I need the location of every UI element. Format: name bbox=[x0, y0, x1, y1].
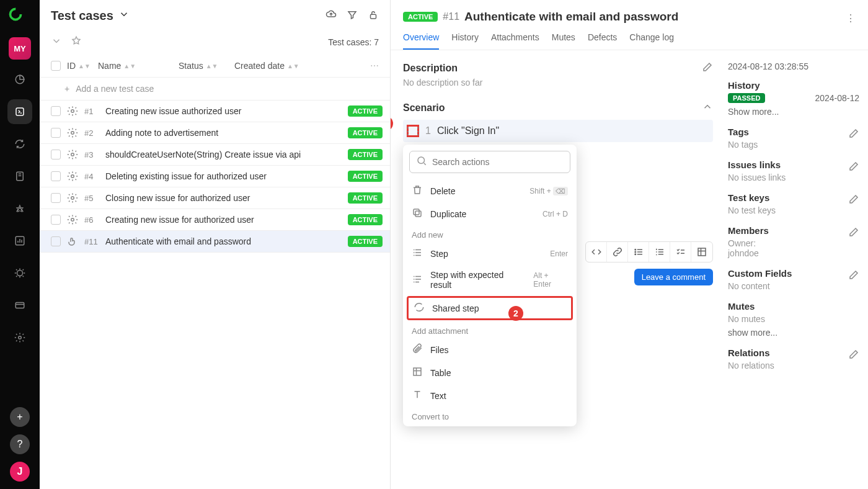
select-all-checkbox[interactable] bbox=[51, 61, 61, 71]
toolbar-code-icon[interactable] bbox=[586, 242, 607, 262]
workspace-badge[interactable]: MY bbox=[9, 37, 31, 60]
tab-history[interactable]: History bbox=[451, 32, 479, 50]
add-testcase-row[interactable]: + Add a new test case bbox=[40, 78, 390, 101]
scenario-title: Scenario bbox=[403, 102, 445, 114]
mutes-show-more[interactable]: show more... bbox=[728, 328, 859, 338]
actions-search-input[interactable] bbox=[432, 157, 564, 167]
svg-point-19 bbox=[635, 249, 636, 251]
upload-icon[interactable] bbox=[326, 9, 337, 23]
chevron-down-icon[interactable] bbox=[51, 35, 62, 48]
filter-icon[interactable] bbox=[347, 9, 358, 23]
user-avatar[interactable]: J bbox=[10, 462, 30, 482]
tab-attachments[interactable]: Attachments bbox=[491, 32, 539, 50]
annotation-2: 2 bbox=[508, 306, 523, 321]
nav-cycles-icon[interactable] bbox=[7, 132, 32, 156]
sidebar-add-button[interactable]: + bbox=[10, 407, 30, 427]
scenario-step[interactable]: ⋮⋮ 1 Click "Sign In" bbox=[403, 120, 713, 142]
edit-icon[interactable] bbox=[848, 194, 859, 207]
testcase-id: #11 bbox=[443, 11, 459, 22]
row-checkbox[interactable] bbox=[51, 193, 61, 203]
table-row[interactable]: #3shouldCreateUserNote(String) Create is… bbox=[40, 144, 390, 166]
tab-change-log[interactable]: Change log bbox=[629, 32, 674, 50]
meta-mutes-title: Mutes bbox=[728, 301, 859, 312]
action-delete[interactable]: Delete Shift + ⌫ bbox=[403, 179, 577, 202]
nav-settings-icon[interactable] bbox=[7, 325, 32, 350]
detail-tabs: OverviewHistoryAttachmentsMutesDefectsCh… bbox=[391, 24, 868, 50]
edit-icon[interactable] bbox=[702, 61, 713, 75]
toolbar-ol-icon[interactable] bbox=[649, 242, 670, 262]
column-created[interactable]: Created date▲▼ bbox=[234, 61, 299, 71]
table-row[interactable]: #4Deleting existing issue for authorized… bbox=[40, 166, 390, 187]
nav-defects-icon[interactable] bbox=[7, 261, 32, 285]
history-show-more[interactable]: Show more... bbox=[728, 107, 859, 117]
nav-dashboard-icon[interactable] bbox=[7, 67, 32, 92]
toolbar-checklist-icon[interactable] bbox=[670, 242, 691, 262]
edit-icon[interactable] bbox=[848, 269, 859, 282]
leave-comment-button[interactable]: Leave a comment bbox=[634, 269, 713, 285]
row-checkbox[interactable] bbox=[51, 171, 61, 181]
page-title[interactable]: Test cases bbox=[51, 9, 130, 23]
description-title: Description bbox=[403, 63, 458, 74]
edit-icon[interactable] bbox=[848, 128, 859, 141]
action-add-step-expected[interactable]: Step with expected result Alt + Enter bbox=[403, 265, 577, 295]
meta-custom-value: No content bbox=[728, 281, 859, 291]
sidebar-help-button[interactable]: ? bbox=[10, 434, 30, 454]
tab-mutes[interactable]: Mutes bbox=[552, 32, 575, 50]
more-menu-icon[interactable]: ⋮ bbox=[846, 12, 856, 24]
columns-more-icon[interactable]: ⋯ bbox=[370, 61, 379, 71]
tab-overview[interactable]: Overview bbox=[403, 32, 439, 50]
toolbar-ul-icon[interactable] bbox=[628, 242, 649, 262]
table-row[interactable]: #11Authenticate with email and passwordA… bbox=[40, 231, 390, 253]
chevron-up-icon[interactable] bbox=[702, 101, 713, 115]
status-badge: ACTIVE bbox=[403, 12, 438, 22]
table-row[interactable]: #6Creating new issue for authorized user… bbox=[40, 209, 390, 231]
lock-icon[interactable] bbox=[368, 9, 379, 23]
search-icon bbox=[416, 155, 427, 169]
action-shared-step[interactable]: Shared step bbox=[407, 296, 573, 320]
edit-icon[interactable] bbox=[848, 161, 859, 174]
actions-search[interactable] bbox=[409, 151, 570, 173]
svg-rect-8 bbox=[371, 14, 376, 19]
table-row[interactable]: #1Creating new issue authorized userACTI… bbox=[40, 101, 390, 122]
svg-point-20 bbox=[635, 251, 636, 253]
action-attach-text[interactable]: Text bbox=[403, 384, 577, 407]
table-row[interactable]: #5Closing new issue for authorized userA… bbox=[40, 187, 390, 209]
nav-plans-icon[interactable] bbox=[7, 164, 32, 189]
automation-icon bbox=[67, 127, 78, 138]
column-status[interactable]: Status▲▼ bbox=[179, 61, 228, 71]
row-status-badge: ACTIVE bbox=[348, 192, 383, 204]
row-checkbox[interactable] bbox=[51, 150, 61, 159]
edit-icon[interactable] bbox=[848, 349, 859, 362]
row-checkbox[interactable] bbox=[51, 106, 61, 116]
edit-icon[interactable] bbox=[848, 227, 859, 240]
history-date: 2024-08-12 bbox=[815, 93, 859, 103]
dropdown-section-convert: Convert to bbox=[403, 407, 577, 424]
nav-billing-icon[interactable] bbox=[7, 293, 32, 318]
paperclip-icon bbox=[412, 343, 423, 356]
detail-panel: ACTIVE #11 Authenticate with email and p… bbox=[391, 0, 868, 489]
action-attach-files[interactable]: Files bbox=[403, 338, 577, 361]
nav-analytics-icon[interactable] bbox=[7, 228, 32, 253]
row-checkbox[interactable] bbox=[51, 236, 61, 246]
row-id: #2 bbox=[84, 128, 99, 138]
step-text: Click "Sign In" bbox=[437, 125, 499, 137]
star-icon[interactable] bbox=[71, 35, 82, 48]
row-name: Deleting existing issue for authorized u… bbox=[105, 171, 342, 181]
column-id[interactable]: ID▲▼ bbox=[67, 61, 92, 71]
meta-created-date: 2024-08-12 03:28:55 bbox=[728, 61, 859, 71]
nav-testcases-icon[interactable] bbox=[7, 99, 32, 124]
svg-point-9 bbox=[71, 110, 74, 113]
table-row[interactable]: #2Adding note to advertisementACTIVE bbox=[40, 122, 390, 144]
meta-tags-value: No tags bbox=[728, 140, 859, 150]
toolbar-table-icon[interactable] bbox=[691, 242, 712, 262]
toolbar-link-icon[interactable] bbox=[607, 242, 628, 262]
action-add-step[interactable]: Step Enter bbox=[403, 242, 577, 265]
tab-defects[interactable]: Defects bbox=[588, 32, 617, 50]
action-attach-table[interactable]: Table bbox=[403, 361, 577, 384]
column-name[interactable]: Name▲▼ bbox=[98, 61, 172, 71]
row-checkbox[interactable] bbox=[51, 128, 61, 138]
nav-launches-icon[interactable] bbox=[7, 196, 32, 221]
row-checkbox[interactable] bbox=[51, 215, 61, 225]
drag-handle-icon[interactable]: ⋮⋮ bbox=[407, 125, 419, 137]
action-duplicate[interactable]: Duplicate Ctrl + D bbox=[403, 202, 577, 225]
